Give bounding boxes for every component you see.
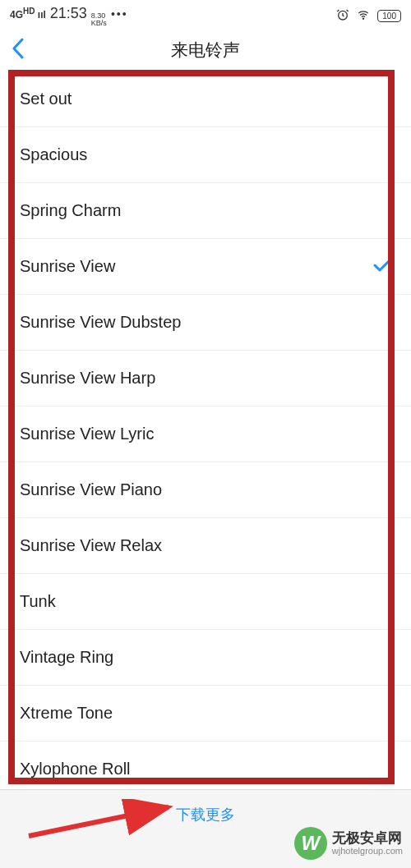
ringtone-item[interactable]: Xtreme Tone	[0, 686, 411, 742]
ringtone-item[interactable]: Spacious	[0, 127, 411, 183]
status-left: 4GHD ııl 21:53 8.30 KB/s •••	[10, 5, 128, 27]
check-icon	[373, 257, 391, 276]
ringtone-label: Sunrise View	[20, 257, 115, 276]
page-title: 来电铃声	[12, 39, 399, 62]
status-right: 100	[336, 8, 401, 24]
ringtone-item[interactable]: Sunrise View	[0, 239, 411, 295]
battery-icon: 100	[377, 10, 401, 22]
wifi-icon	[356, 9, 371, 23]
network-speed: 8.30 KB/s	[91, 12, 107, 27]
ringtone-item[interactable]: Sunrise View Lyric	[0, 406, 411, 462]
watermark-url: wjhotelgroup.com	[332, 846, 403, 856]
ringtone-item[interactable]: Sunrise View Piano	[0, 462, 411, 518]
ringtone-item[interactable]: Sunrise View Dubstep	[0, 295, 411, 351]
svg-line-3	[29, 807, 169, 836]
watermark: W 无极安卓网 wjhotelgroup.com	[294, 827, 403, 860]
alarm-icon	[336, 8, 349, 24]
ringtone-label: Sunrise View Piano	[20, 480, 162, 499]
ringtone-item[interactable]: Spring Charm	[0, 183, 411, 239]
ringtone-list[interactable]: Set outSpaciousSpring CharmSunrise ViewS…	[0, 71, 411, 797]
watermark-logo-icon: W	[294, 827, 327, 860]
ringtone-label: Tunk	[20, 592, 56, 611]
status-time: 21:53	[50, 5, 87, 22]
ringtone-item[interactable]: Tunk	[0, 574, 411, 630]
watermark-text: 无极安卓网 wjhotelgroup.com	[332, 831, 403, 857]
back-button[interactable]	[12, 38, 25, 62]
ringtone-label: Sunrise View Lyric	[20, 425, 154, 443]
ringtone-item[interactable]: Vintage Ring	[0, 630, 411, 686]
ringtone-label: Spacious	[20, 145, 87, 164]
ringtone-label: Xylophone Roll	[20, 760, 131, 778]
ringtone-label: Sunrise View Harp	[20, 369, 155, 388]
ringtone-label: Sunrise View Dubstep	[20, 313, 181, 332]
ringtone-label: Vintage Ring	[20, 648, 113, 667]
ringtone-label: Sunrise View Relax	[20, 536, 162, 555]
ringtone-item[interactable]: Set out	[0, 71, 411, 127]
ringtone-label: Set out	[20, 90, 72, 108]
ringtone-label: Xtreme Tone	[20, 704, 113, 723]
watermark-title: 无极安卓网	[332, 831, 403, 847]
ringtone-item[interactable]: Sunrise View Harp	[0, 351, 411, 406]
svg-point-1	[363, 18, 364, 19]
status-bar: 4GHD ııl 21:53 8.30 KB/s ••• 100	[0, 0, 411, 29]
signal-icon: 4GHD ııl	[10, 7, 46, 21]
download-more-link[interactable]: 下载更多	[176, 806, 235, 823]
ringtone-label: Spring Charm	[20, 201, 121, 220]
more-icon: •••	[111, 7, 128, 21]
annotation-arrow	[25, 799, 181, 843]
nav-bar: 来电铃声	[0, 29, 411, 71]
ringtone-item[interactable]: Sunrise View Relax	[0, 518, 411, 574]
